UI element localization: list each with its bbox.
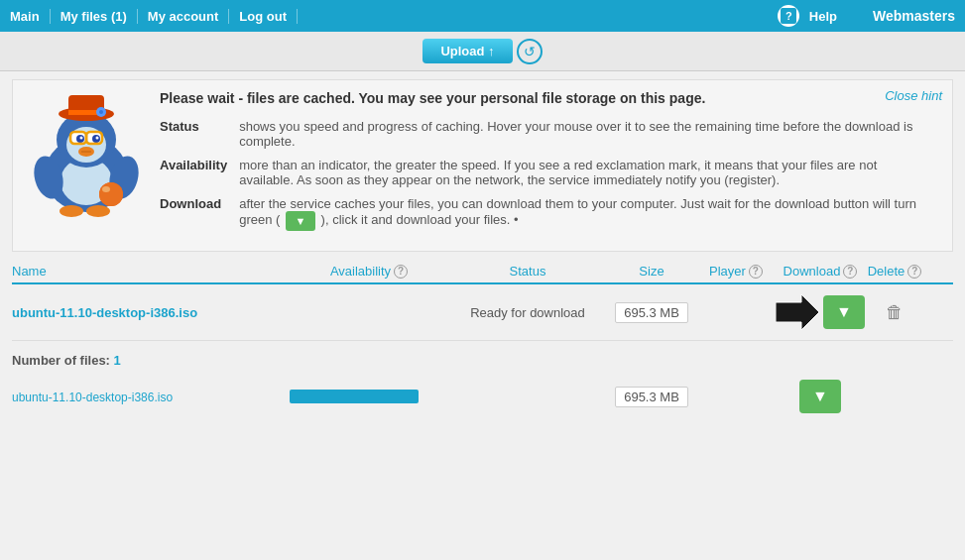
bottom-progress-cell xyxy=(290,390,448,403)
upload-bar: Upload ↑ ↺ xyxy=(0,32,965,71)
download-button[interactable] xyxy=(823,295,865,329)
help-icon: ? xyxy=(778,5,799,27)
bottom-section: Number of files: 1 ubuntu-11.10-desktop-… xyxy=(12,347,953,419)
col-header-status: Status xyxy=(448,264,607,279)
col-availability-link[interactable]: Availability ? xyxy=(330,264,408,279)
col-size-link[interactable]: Size xyxy=(639,264,663,279)
col-player-link[interactable]: Player ? xyxy=(709,264,763,279)
col-header-availability: Availability ? xyxy=(290,264,448,279)
mascot-image xyxy=(27,90,146,219)
player-info-icon: ? xyxy=(749,265,763,279)
svg-point-20 xyxy=(86,205,110,217)
delete-info-icon: ? xyxy=(907,265,921,279)
file-list-header: Name Availability ? Status Size Player ?… xyxy=(12,260,953,284)
svg-point-27 xyxy=(99,182,123,206)
close-hint-link[interactable]: Close hint xyxy=(885,88,942,103)
col-name-link[interactable]: Name xyxy=(12,264,47,279)
hint-download-example-btn xyxy=(286,211,315,231)
nav-my-files[interactable]: My files (1) xyxy=(51,9,138,24)
download-info-icon: ? xyxy=(843,265,857,279)
file-count-number: 1 xyxy=(114,353,121,368)
hint-text-area: Please wait - files are cached. You may … xyxy=(160,90,938,237)
file-list-container: Name Availability ? Status Size Player ?… xyxy=(12,260,953,341)
nav-main[interactable]: Main xyxy=(10,9,51,24)
table-row: ubuntu-11.10-desktop-i386.iso Ready for … xyxy=(12,284,953,341)
arrow-right-icon xyxy=(776,294,819,330)
svg-point-25 xyxy=(99,110,103,114)
file-size-value: 695.3 MB xyxy=(615,302,688,323)
bottom-size-cell: 695.3 MB xyxy=(607,387,696,407)
upload-button[interactable]: Upload ↑ xyxy=(422,39,512,63)
file-download-cell xyxy=(776,294,865,330)
bottom-filename: ubuntu-11.10-desktop-i386.iso xyxy=(12,391,173,404)
nav-webmasters[interactable]: Webmasters xyxy=(863,8,955,24)
hint-status-text: shows you speed and progress of caching.… xyxy=(239,116,938,155)
col-header-delete: Delete ? xyxy=(865,264,924,279)
col-header-name: Name xyxy=(12,264,290,279)
hint-content: Please wait - files are cached. You may … xyxy=(27,90,938,237)
svg-point-19 xyxy=(60,205,83,217)
nav-log-out[interactable]: Log out xyxy=(229,9,298,24)
bottom-download-button[interactable] xyxy=(799,380,841,413)
hint-download-label: Download xyxy=(160,193,239,237)
hint-row-availability: Availability more than an indicator, the… xyxy=(160,155,938,193)
file-name-link[interactable]: ubuntu-11.10-desktop-i386.iso xyxy=(12,305,197,320)
hint-availability-text: more than an indicator, the greater the … xyxy=(239,155,938,193)
file-name-cell: ubuntu-11.10-desktop-i386.iso xyxy=(12,305,290,320)
col-header-download: Download ? xyxy=(776,264,865,279)
help-section: ? Help Webmasters xyxy=(778,5,955,27)
bottom-download-cell xyxy=(776,380,865,413)
col-download-link[interactable]: Download ? xyxy=(784,264,858,279)
file-status-text: Ready for download xyxy=(470,305,585,320)
hint-panel: Close hint xyxy=(12,79,953,252)
hint-download-text: after the service caches your files, you… xyxy=(239,193,938,237)
file-status-cell: Ready for download xyxy=(448,305,607,320)
svg-marker-29 xyxy=(776,294,819,330)
hint-table: Status shows you speed and progress of c… xyxy=(160,116,938,237)
hint-row-download: Download after the service caches your f… xyxy=(160,193,938,237)
col-status-link[interactable]: Status xyxy=(510,264,546,279)
hint-title: Please wait - files are cached. You may … xyxy=(160,90,938,106)
svg-text:?: ? xyxy=(785,10,792,22)
upload-icon-button[interactable]: ↺ xyxy=(517,39,543,64)
availability-info-icon: ? xyxy=(394,265,408,279)
col-header-size: Size xyxy=(607,264,696,279)
top-navigation: Main My files (1) My account Log out ? H… xyxy=(0,0,965,32)
file-size-cell: 695.3 MB xyxy=(607,302,696,323)
file-count-label: Number of files: 1 xyxy=(12,353,121,368)
hint-status-label: Status xyxy=(160,116,239,155)
col-header-player: Player ? xyxy=(696,264,776,279)
hint-row-status: Status shows you speed and progress of c… xyxy=(160,116,938,155)
nav-my-account[interactable]: My account xyxy=(138,9,230,24)
bottom-file-row: ubuntu-11.10-desktop-i386.iso 695.3 MB xyxy=(12,374,953,419)
svg-point-10 xyxy=(80,137,83,140)
bottom-size-value: 695.3 MB xyxy=(615,387,688,407)
file-count-section: Number of files: 1 xyxy=(12,347,953,374)
nav-help[interactable]: Help xyxy=(805,9,857,24)
delete-icon[interactable]: 🗑 xyxy=(886,302,904,323)
progress-bar xyxy=(290,390,419,403)
svg-point-28 xyxy=(102,186,110,192)
hint-availability-label: Availability xyxy=(160,155,239,193)
bottom-filename-cell: ubuntu-11.10-desktop-i386.iso xyxy=(12,390,290,404)
col-delete-link[interactable]: Delete ? xyxy=(868,264,922,279)
file-delete-cell: 🗑 xyxy=(865,302,924,323)
svg-point-11 xyxy=(96,137,99,140)
